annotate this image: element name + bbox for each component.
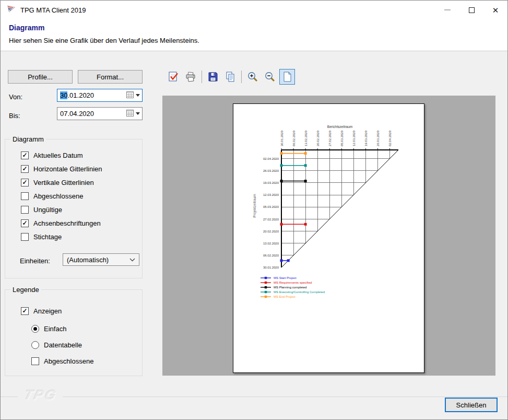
checkbox-label: Vertikale Gitterlinien: [33, 179, 94, 186]
einfach-radio[interactable]: [31, 325, 39, 333]
fit-page-icon: [281, 71, 293, 83]
von-date-input[interactable]: 30.01.2020: [57, 89, 143, 102]
close-button[interactable]: Schließen: [445, 398, 498, 412]
y-tick-label: 12.03.2020: [263, 193, 279, 196]
zoom-in-icon: [246, 71, 259, 83]
calendar-icon[interactable]: [126, 91, 134, 100]
series-marker: [280, 223, 283, 226]
einheiten-select[interactable]: (Automatisch): [63, 253, 139, 266]
y-tick-label: 19.03.2020: [263, 181, 279, 184]
x-tick-label: 26.03.2020: [376, 130, 380, 146]
diagram-option-row: Stichtage: [21, 232, 102, 241]
profile-button[interactable]: Profile...: [8, 70, 73, 84]
save-icon: [207, 71, 219, 83]
x-tick-label: 12.03.2020: [352, 130, 356, 146]
dialog-window: TPG MTA Client 2019 ✕ Diagramm Hier sehe…: [0, 0, 508, 420]
x-tick-label: 02.04.2020: [388, 130, 392, 146]
von-selected-text: 30: [60, 91, 67, 99]
y-tick-label: 13.02.2020: [263, 242, 279, 245]
format-button[interactable]: Format...: [78, 70, 143, 84]
diagonal-line: [281, 150, 398, 267]
checkbox-label: Ungültige: [33, 206, 62, 214]
checkbox[interactable]: ✓: [21, 151, 29, 159]
diagram-options: ✓Aktuelles Datum✓Horizontale Gitterlinie…: [21, 151, 102, 246]
chevron-down-icon[interactable]: [136, 94, 140, 97]
legend-marker: [265, 277, 267, 279]
series-marker: [280, 259, 283, 262]
einheiten-label: Einheiten:: [20, 257, 50, 265]
x-tick-label: 06.02.2020: [292, 130, 296, 146]
checkbox[interactable]: ✓: [21, 165, 29, 173]
legend-marker: [265, 282, 267, 284]
x-tick-label: 20.02.2020: [316, 130, 320, 146]
anzeigen-checkbox[interactable]: ✓: [21, 307, 29, 315]
checkbox[interactable]: ✓: [21, 219, 29, 227]
zoom-out-icon: [264, 71, 276, 83]
checkbox-label: Horizontale Gitterlinien: [33, 165, 102, 173]
diagram-group-title: Diagramm: [10, 135, 46, 143]
diagram-option-row: Ungültige: [21, 205, 102, 214]
abgeschlossene-row: Abgeschlossene: [31, 357, 93, 365]
checkbox-label: Abgeschlossene: [33, 192, 83, 200]
series-marker: [304, 180, 307, 182]
minimize-icon: [444, 9, 451, 10]
x-tick-label: 05.03.2020: [340, 130, 344, 146]
y-tick-label: 27.02.2020: [263, 218, 279, 221]
chevron-down-icon: [129, 258, 135, 262]
checkbox[interactable]: [21, 206, 29, 214]
bis-value: 07.04.2020: [60, 110, 94, 118]
legend-group-title: Legende: [10, 286, 41, 294]
checkbox[interactable]: [21, 233, 29, 241]
titlebar: TPG MTA Client 2019 ✕: [1, 1, 507, 19]
datentabelle-radio[interactable]: [31, 341, 39, 349]
close-window-button[interactable]: ✕: [483, 1, 507, 19]
chart-preview-area[interactable]: 30.01.202006.02.202013.02.202020.02.2020…: [162, 96, 495, 376]
y-axis-title: Projektzeitraum: [253, 194, 257, 217]
x-axis-title: Berichtszeitraum: [327, 125, 352, 129]
diagram-option-row: ✓Aktuelles Datum: [21, 151, 102, 159]
legend-label: MS Planning completed: [274, 286, 306, 289]
series-marker: [304, 164, 307, 167]
checkbox[interactable]: ✓: [21, 179, 29, 186]
legend-label: MS End Project: [274, 295, 296, 298]
maximize-button[interactable]: [459, 1, 483, 19]
series-marker: [304, 152, 307, 155]
footer-separator: [1, 396, 508, 397]
legend-marker: [265, 296, 267, 298]
von-label: Von:: [9, 93, 22, 101]
einfach-label: Einfach: [44, 325, 66, 333]
zoom-out-button[interactable]: [262, 69, 278, 85]
toolbar-separator: [202, 71, 202, 83]
x-tick-label: 19.03.2020: [364, 130, 368, 146]
report-check-button[interactable]: [166, 69, 181, 85]
y-tick-label: 05.03.2020: [263, 205, 279, 208]
calendar-icon[interactable]: [126, 110, 134, 118]
checkbox[interactable]: [21, 192, 29, 200]
von-rest-text: .01.2020: [67, 91, 94, 99]
save-button[interactable]: [205, 69, 221, 85]
close-icon: ✕: [492, 6, 499, 14]
legend-marker: [265, 286, 267, 288]
zoom-in-button[interactable]: [245, 69, 261, 85]
print-button[interactable]: [183, 69, 198, 85]
print-icon: [184, 71, 197, 83]
window-title: TPG MTA Client 2019: [20, 6, 86, 14]
bis-date-input[interactable]: 07.04.2020: [57, 107, 143, 120]
einfach-row: Einfach: [31, 324, 66, 333]
copy-icon: [224, 71, 237, 83]
diagram-option-row: ✓Horizontale Gitterlinien: [21, 165, 102, 173]
legend-marker: [265, 291, 267, 293]
series-marker: [304, 223, 307, 226]
abgeschlossene-checkbox[interactable]: [31, 357, 39, 365]
legend-label: MS Requirements specified: [274, 281, 312, 284]
page-title: Diagramm: [9, 24, 499, 32]
tpg-logo-icon: [7, 5, 16, 15]
chevron-down-icon[interactable]: [136, 112, 140, 115]
copy-button[interactable]: [222, 69, 238, 85]
fit-page-button[interactable]: [279, 69, 295, 85]
minimize-button[interactable]: [435, 1, 459, 19]
diagram-groupbox: Diagramm ✓Aktuelles Datum✓Horizontale Gi…: [5, 139, 143, 278]
abgeschlossene-label: Abgeschlossene: [44, 357, 93, 365]
report-check-icon: [167, 71, 180, 83]
anzeigen-row: ✓ Anzeigen: [21, 307, 62, 315]
